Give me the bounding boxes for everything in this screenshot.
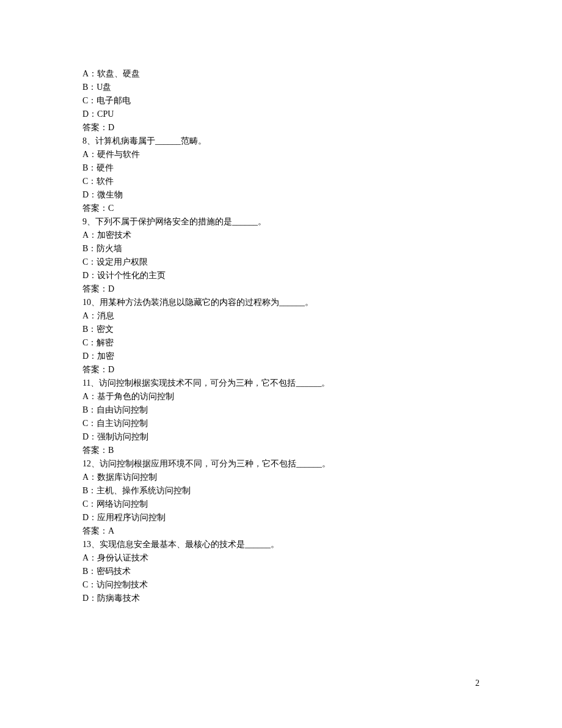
q9-option-a: A：加密技术: [82, 229, 562, 242]
q9-option-c: C：设定用户权限: [82, 256, 562, 269]
q11-option-c: C：自主访问控制: [82, 417, 562, 430]
q7-option-d: D：CPU: [82, 108, 562, 121]
q12-option-b: B：主机、操作系统访问控制: [82, 484, 562, 498]
q11-answer: 答案：B: [82, 444, 562, 457]
q8-option-d: D：微生物: [82, 188, 562, 202]
q9-stem: 9、下列不属于保护网络安全的措施的是______。: [82, 215, 562, 229]
q12-option-c: C：网络访问控制: [82, 498, 562, 511]
q8-option-b: B：硬件: [82, 161, 562, 175]
q9-option-d: D：设计个性化的主页: [82, 269, 562, 282]
q7-answer: 答案：D: [82, 121, 562, 134]
q7-option-a: A：软盘、硬盘: [82, 67, 562, 81]
q7-option-b: B：U盘: [82, 81, 562, 94]
q9-option-b: B：防火墙: [82, 242, 562, 256]
q10-answer: 答案：D: [82, 363, 562, 377]
q13-stem: 13、实现信息安全最基本、最核心的技术是______。: [82, 538, 562, 551]
q12-option-d: D：应用程序访问控制: [82, 511, 562, 524]
q13-option-a: A：身份认证技术: [82, 551, 562, 565]
q9-answer: 答案：D: [82, 282, 562, 296]
q12-answer: 答案：A: [82, 524, 562, 538]
q11-option-b: B：自由访问控制: [82, 403, 562, 417]
q10-option-b: B：密文: [82, 323, 562, 336]
q8-answer: 答案：C: [82, 202, 562, 215]
q13-option-c: C：访问控制技术: [82, 578, 562, 592]
q8-option-a: A：硬件与软件: [82, 148, 562, 161]
q10-stem: 10、用某种方法伪装消息以隐藏它的内容的过程称为______。: [82, 296, 562, 309]
q13-option-d: D：防病毒技术: [82, 592, 562, 605]
q10-option-a: A：消息: [82, 309, 562, 323]
q8-stem: 8、计算机病毒属于______范畴。: [82, 134, 562, 148]
q11-stem: 11、访问控制根据实现技术不同，可分为三种，它不包括______。: [82, 377, 562, 390]
q13-option-b: B：密码技术: [82, 565, 562, 578]
q8-option-c: C：软件: [82, 175, 562, 188]
q7-option-c: C：电子邮电: [82, 94, 562, 108]
q10-option-d: D：加密: [82, 350, 562, 363]
q11-option-a: A：基于角色的访问控制: [82, 390, 562, 403]
q10-option-c: C：解密: [82, 336, 562, 350]
page: A：软盘、硬盘 B：U盘 C：电子邮电 D：CPU 答案：D 8、计算机病毒属于…: [0, 0, 562, 728]
q12-stem: 12、访问控制根据应用环境不同，可分为三种，它不包括______。: [82, 457, 562, 471]
q12-option-a: A：数据库访问控制: [82, 471, 562, 484]
page-number: 2: [475, 677, 480, 690]
q11-option-d: D：强制访问控制: [82, 430, 562, 444]
